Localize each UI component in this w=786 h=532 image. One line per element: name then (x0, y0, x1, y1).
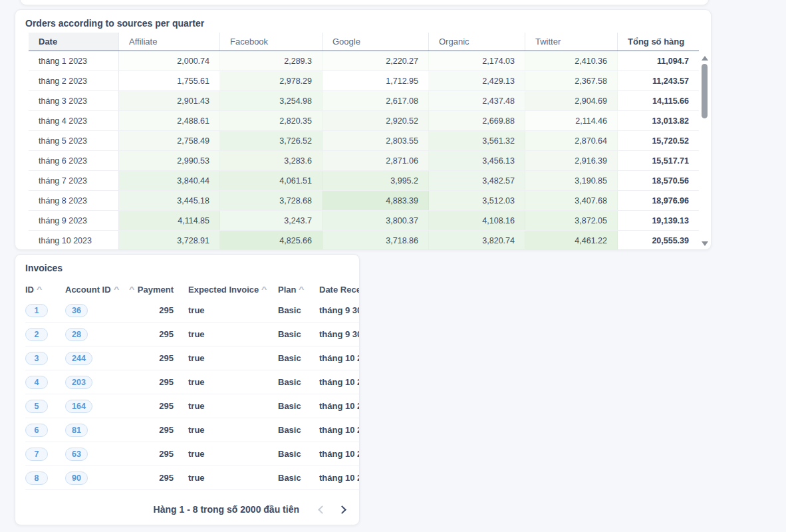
account-id-pill[interactable]: 90 (65, 471, 88, 485)
orders-cell-value: 2,429.13 (429, 71, 525, 90)
invoice-cell-plan: Basic (278, 353, 319, 363)
invoice-row[interactable]: 136295trueBasictháng 9 30, 2023 (25, 299, 360, 323)
column-label: ID (25, 285, 34, 295)
invoice-cell-id: 2 (25, 328, 65, 341)
id-pill[interactable]: 5 (25, 400, 48, 413)
orders-cell-total: 14,115.66 (618, 91, 699, 110)
orders-scrollbar[interactable] (700, 53, 709, 249)
invoices-col-date-received[interactable]: Date Received (319, 285, 360, 295)
invoices-body: 136295trueBasictháng 9 30, 2023228295tru… (25, 299, 360, 490)
invoices-title: Invoices (15, 255, 359, 273)
orders-cell-value: 3,456.13 (429, 151, 525, 170)
invoice-cell-expected: true (188, 329, 278, 339)
invoices-col-id[interactable]: ID^ (25, 285, 65, 295)
account-id-pill[interactable]: 244 (65, 352, 92, 365)
orders-col-twitter: Twitter (525, 33, 618, 51)
invoices-col-payment[interactable]: ^Payment (135, 285, 174, 295)
orders-col-organic: Organic (429, 33, 525, 51)
invoice-row[interactable]: 763295trueBasictháng 10 29, 2023 (25, 442, 360, 466)
table-row: tháng 1 20232,000.742,289.32,220.272,174… (29, 51, 699, 71)
id-pill[interactable]: 7 (25, 448, 48, 461)
invoice-cell-payment: 295 (135, 425, 174, 435)
orders-cell-date: tháng 2 2023 (29, 71, 119, 90)
orders-cell-value: 4,114.85 (119, 211, 220, 230)
account-id-pill[interactable]: 164 (65, 400, 92, 413)
invoice-cell-account-id: 90 (65, 471, 135, 485)
invoice-row[interactable]: 4203295trueBasictháng 10 27, 2023 (25, 370, 360, 394)
orders-cell-value: 4,061.51 (220, 171, 323, 190)
invoice-cell-plan: Basic (278, 425, 319, 435)
orders-cell-value: 3,190.85 (525, 171, 618, 190)
scroll-down-icon[interactable] (700, 239, 709, 248)
scrollbar-thumb[interactable] (702, 64, 708, 118)
next-page-button[interactable] (336, 503, 350, 516)
invoice-cell-expected: true (188, 425, 278, 435)
invoices-col-account-id[interactable]: Account ID^ (65, 285, 135, 295)
sort-asc-icon: ^ (37, 285, 42, 293)
orders-cell-value: 2,904.69 (525, 91, 618, 110)
invoice-cell-account-id: 81 (65, 424, 135, 437)
orders-cell-value: 3,512.03 (429, 191, 525, 210)
invoice-cell-date: tháng 10 29, 2023 (319, 449, 360, 459)
id-pill[interactable]: 8 (25, 471, 48, 485)
orders-cell-value: 2,901.43 (119, 91, 220, 110)
orders-col-t-ng-s-h-ng: Tổng số hàng (618, 33, 699, 51)
invoice-cell-payment: 295 (135, 401, 174, 411)
orders-cell-value: 2,920.52 (323, 111, 429, 130)
account-id-pill[interactable]: 36 (65, 304, 88, 317)
orders-cell-date: tháng 5 2023 (29, 131, 119, 150)
invoice-cell-id: 1 (25, 304, 65, 317)
invoice-row[interactable]: 5164295trueBasictháng 10 28, 2023 (25, 394, 360, 418)
id-pill[interactable]: 4 (25, 376, 48, 389)
account-id-pill[interactable]: 63 (65, 448, 88, 461)
invoice-cell-payment: 295 (135, 305, 174, 315)
orders-cell-value: 2,220.27 (323, 51, 429, 70)
scroll-up-icon[interactable] (700, 54, 709, 63)
orders-cell-value: 3,445.18 (119, 191, 220, 210)
invoice-cell-account-id: 36 (65, 304, 135, 317)
invoice-row[interactable]: 890295trueBasictháng 10 29, 2023 (25, 466, 360, 490)
table-row: tháng 4 20232,488.612,820.352,920.522,66… (29, 111, 699, 131)
orders-cell-value: 2,669.88 (429, 111, 525, 130)
invoice-cell-account-id: 164 (65, 400, 135, 413)
orders-cell-value: 2,871.06 (323, 151, 429, 170)
invoice-cell-date: tháng 10 26, 2023 (319, 353, 360, 363)
orders-cell-value: 4,108.16 (429, 211, 525, 230)
invoice-cell-date: tháng 9 30, 2023 (319, 305, 360, 315)
id-pill[interactable]: 1 (25, 304, 48, 317)
orders-cell-value: 2,114.46 (525, 111, 618, 130)
prev-page-button[interactable] (314, 503, 327, 516)
orders-cell-value: 4,461.22 (525, 231, 618, 250)
orders-col-date: Date (29, 33, 119, 51)
orders-cell-value: 2,990.53 (119, 151, 220, 170)
account-id-pill[interactable]: 28 (65, 328, 88, 341)
id-pill[interactable]: 6 (25, 424, 48, 437)
sort-asc-icon: ^ (261, 285, 267, 293)
invoice-row[interactable]: 228295trueBasictháng 9 30, 2023 (25, 323, 360, 346)
orders-cell-value: 2,617.08 (323, 91, 429, 110)
orders-cell-date: tháng 1 2023 (29, 51, 119, 70)
invoice-cell-id: 7 (25, 448, 65, 461)
account-id-pill[interactable]: 203 (65, 376, 92, 389)
invoice-cell-date: tháng 9 30, 2023 (319, 329, 360, 339)
invoice-cell-plan: Basic (278, 329, 319, 339)
orders-cell-date: tháng 8 2023 (29, 191, 119, 210)
invoice-row[interactable]: 3244295trueBasictháng 10 26, 2023 (25, 346, 360, 370)
invoices-header-row: ID^Account ID^^PaymentExpected Invoice^P… (25, 280, 360, 299)
invoices-col-plan[interactable]: Plan^ (278, 285, 319, 295)
id-pill[interactable]: 2 (25, 328, 48, 341)
invoice-cell-plan: Basic (278, 377, 319, 387)
invoice-cell-account-id: 63 (65, 448, 135, 461)
account-id-pill[interactable]: 81 (65, 424, 88, 437)
invoice-row[interactable]: 681295trueBasictháng 10 29, 2023 (25, 418, 360, 442)
orders-cell-value: 2,978.29 (220, 71, 323, 90)
table-row: tháng 5 20232,758.493,726.522,803.553,56… (29, 131, 699, 151)
invoice-cell-plan: Basic (278, 473, 319, 483)
orders-card: Orders according to sources per quarter … (15, 9, 712, 250)
orders-header-row: DateAffiliateFacebookGoogleOrganicTwitte… (29, 33, 699, 51)
chevron-left-icon (318, 505, 327, 514)
orders-cell-value: 2,410.36 (525, 51, 618, 70)
orders-cell-total: 18,570.56 (618, 171, 699, 190)
invoices-col-expected-invoice[interactable]: Expected Invoice^ (188, 285, 278, 295)
id-pill[interactable]: 3 (25, 352, 48, 365)
